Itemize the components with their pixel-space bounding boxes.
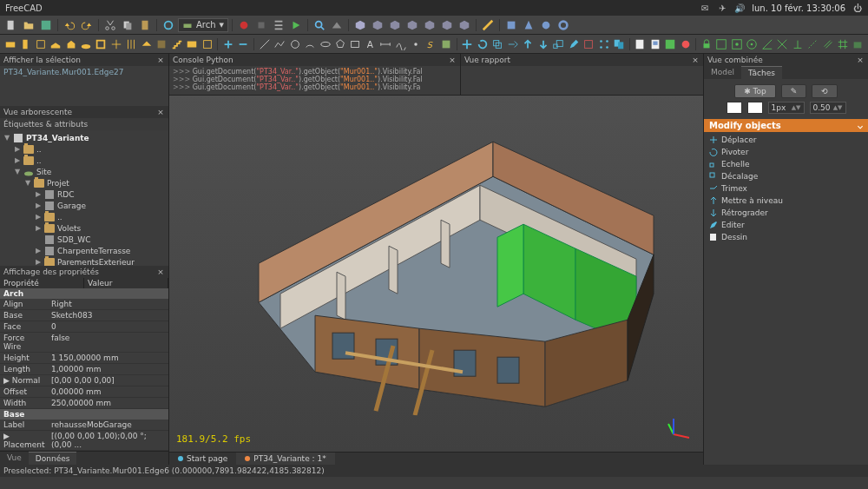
draft2sketch-icon[interactable]	[582, 36, 595, 52]
tab-model[interactable]: Model	[704, 66, 741, 79]
snap-end-icon[interactable]	[715, 36, 728, 52]
tree-row[interactable]: ▼Site	[0, 166, 168, 177]
draw-style-icon[interactable]	[329, 17, 345, 33]
model-tree[interactable]: ▼PT34_Variante ▶.. ▶.. ▼Site ▼Projet ▶RD…	[0, 130, 168, 266]
prop-row[interactable]: Length1,00000 mm	[0, 364, 168, 375]
refresh-icon[interactable]	[161, 17, 176, 33]
tree-row[interactable]: SDB_WC	[0, 234, 168, 245]
view-top-icon[interactable]	[387, 17, 403, 33]
tree-row[interactable]: ▶Volets	[0, 222, 168, 234]
draft-dimension-icon[interactable]	[379, 36, 392, 52]
draft-text-icon[interactable]: A	[364, 36, 377, 52]
tree-row[interactable]: ▶CharpenteTerrasse	[0, 245, 168, 256]
downgrade-icon[interactable]	[536, 36, 549, 52]
draft-arc-icon[interactable]	[303, 36, 316, 52]
draft-circle-icon[interactable]	[288, 36, 301, 52]
snap-parallel-icon[interactable]	[821, 36, 834, 52]
face-color-swatch[interactable]	[727, 102, 742, 114]
view-bottom-icon[interactable]	[439, 17, 455, 33]
view-front-icon[interactable]	[370, 17, 385, 33]
prop-row[interactable]: ▶ Normal[0,00 0,00 0,00]	[0, 375, 168, 387]
tab-tasks[interactable]: Tâches	[741, 66, 782, 79]
3d-model[interactable]	[194, 120, 680, 415]
close-icon[interactable]: ×	[156, 56, 165, 64]
offset-icon[interactable]	[491, 36, 504, 52]
tree-row[interactable]: ▶..	[0, 143, 168, 155]
part-box-icon[interactable]	[503, 17, 519, 33]
spreadsheet-icon[interactable]	[663, 36, 676, 52]
snap-grid-icon[interactable]	[836, 36, 849, 52]
close-icon[interactable]: ×	[156, 268, 165, 276]
prop-row[interactable]: Force Wirefalse	[0, 333, 168, 353]
tree-row[interactable]: ▶ParementsExterieur	[0, 256, 168, 266]
arch-rebar-icon[interactable]	[34, 36, 47, 52]
close-icon[interactable]: ×	[856, 56, 865, 64]
macro-list-icon[interactable]	[271, 17, 286, 33]
draft-wire-icon[interactable]	[273, 36, 286, 52]
new-file-icon[interactable]	[3, 17, 19, 33]
arch-axis-icon[interactable]	[125, 36, 138, 52]
prop-row[interactable]: BaseSketch083	[0, 310, 168, 321]
snap-ext-icon[interactable]	[806, 36, 819, 52]
drawing-page-icon[interactable]	[634, 36, 647, 52]
snap-mid-icon[interactable]	[730, 36, 743, 52]
python-console[interactable]: >>> Gui.getDocument("PT34_Var..").getObj…	[169, 66, 460, 95]
view-iso-icon[interactable]	[352, 17, 368, 33]
upgrade-icon[interactable]	[522, 36, 535, 52]
view-rear-icon[interactable]	[422, 17, 437, 33]
report-view[interactable]	[461, 66, 703, 95]
clone-icon[interactable]	[612, 36, 625, 52]
op-trimex[interactable]: Trimex	[704, 182, 868, 195]
utilities-icon[interactable]	[679, 36, 692, 52]
open-file-icon[interactable]	[21, 17, 36, 33]
view-left-icon[interactable]	[457, 17, 472, 33]
draft-point-icon[interactable]	[410, 36, 423, 52]
prop-row[interactable]: ▶ Placement[(0,00 0,00 1,00);0,00 °;(0,0…	[0, 431, 168, 451]
measure-icon[interactable]	[480, 17, 496, 33]
axes-gizmo[interactable]	[667, 415, 693, 441]
op-edit[interactable]: Editer	[704, 219, 868, 231]
wp-top-button[interactable]: ✱ Top	[734, 84, 776, 98]
snap-intersect-icon[interactable]	[776, 36, 789, 52]
arch-structure-icon[interactable]	[18, 36, 31, 52]
modify-objects-header[interactable]: Modify objects ⌵	[704, 119, 868, 132]
copy-icon[interactable]	[120, 17, 135, 33]
arch-building-icon[interactable]	[64, 36, 77, 52]
tree-row[interactable]: ▶..	[0, 155, 168, 166]
scale-spinner[interactable]: 0.50▲▼	[810, 102, 846, 114]
macro-stop-icon[interactable]	[253, 17, 269, 33]
prop-row[interactable]: AlignRight	[0, 299, 168, 310]
arch-section-icon[interactable]	[109, 36, 122, 52]
op-move[interactable]: Déplacer	[704, 134, 868, 146]
part-sphere-icon[interactable]	[538, 17, 554, 33]
prop-row[interactable]: Height1 150,00000 mm	[0, 353, 168, 364]
close-icon[interactable]: ×	[691, 56, 700, 64]
redo-icon[interactable]	[79, 17, 95, 33]
op-scale[interactable]: Echelle	[704, 158, 868, 170]
arch-floor-icon[interactable]	[49, 36, 62, 52]
tree-row[interactable]: ▶Garage	[0, 200, 168, 211]
snap-perp-icon[interactable]	[791, 36, 804, 52]
tab-data[interactable]: Données	[29, 452, 77, 465]
power-icon[interactable]: ⏻	[852, 3, 863, 13]
part-torus-icon[interactable]	[556, 17, 571, 33]
paste-icon[interactable]	[137, 17, 153, 33]
tab-start-page[interactable]: Start page	[169, 453, 236, 465]
snap-angle-icon[interactable]	[760, 36, 773, 52]
prop-row[interactable]: Offset0,00000 mm	[0, 387, 168, 398]
arch-space-icon[interactable]	[155, 36, 168, 52]
prop-row[interactable]: Face0	[0, 321, 168, 333]
move-icon[interactable]	[461, 36, 474, 52]
linewidth-spinner[interactable]: 1px▲▼	[768, 102, 805, 114]
trimex-icon[interactable]	[506, 36, 519, 52]
macro-play-icon[interactable]	[288, 17, 304, 33]
cut-icon[interactable]	[102, 17, 118, 33]
snap-center-icon[interactable]	[746, 36, 759, 52]
op-rotate[interactable]: Pivoter	[704, 146, 868, 158]
save-file-icon[interactable]	[38, 17, 54, 33]
draft-ellipse-icon[interactable]	[319, 36, 332, 52]
edit-mode-icon[interactable]	[567, 36, 580, 52]
prop-row[interactable]: Width250,00000 mm	[0, 398, 168, 409]
draft-rect-icon[interactable]	[349, 36, 362, 52]
arch-remove-icon[interactable]	[237, 36, 250, 52]
